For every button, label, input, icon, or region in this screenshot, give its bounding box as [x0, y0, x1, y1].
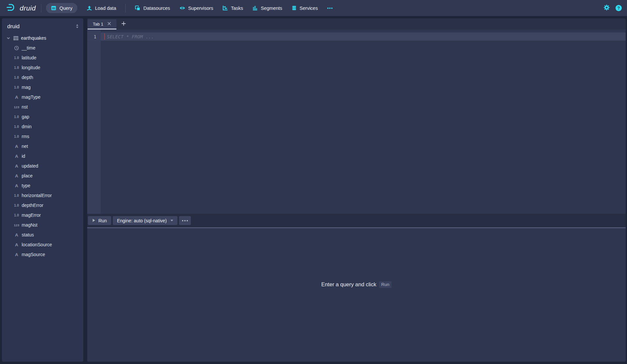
more-icon: [182, 220, 188, 221]
query-more-button[interactable]: [179, 216, 191, 225]
type-badge-string: A: [13, 242, 20, 247]
column-row-net[interactable]: Anet: [2, 141, 83, 151]
more-icon: [327, 7, 333, 10]
column-row-magSource[interactable]: AmagSource: [2, 250, 83, 259]
close-icon[interactable]: [107, 22, 111, 27]
column-name: net: [22, 144, 28, 149]
type-badge-float: 1.0: [13, 213, 20, 217]
column-name: longitude: [22, 65, 40, 70]
run-button-label: Run: [98, 218, 107, 223]
settings-button[interactable]: [603, 4, 610, 12]
nav-item-query[interactable]: Query: [46, 3, 77, 13]
editor-placeholder: SELECT * FROM ...: [107, 34, 154, 39]
column-name: status: [22, 232, 34, 237]
load-data-icon: [87, 5, 92, 11]
type-badge-string: A: [13, 252, 20, 257]
tasks-icon: [222, 5, 228, 11]
engine-label: Engine: auto (sql-native): [117, 218, 167, 223]
type-badge-string: A: [13, 95, 20, 100]
column-name: horizontalError: [22, 193, 52, 198]
column-name: locationSource: [22, 242, 52, 247]
column-name: gap: [22, 114, 29, 119]
column-row-magError[interactable]: 1.0magError: [2, 210, 83, 220]
column-row-magType[interactable]: AmagType: [2, 92, 83, 102]
nav-item-label: Datasources: [143, 6, 170, 11]
column-row-updated[interactable]: Aupdated: [2, 161, 83, 171]
column-row-latitude[interactable]: 1.0latitude: [2, 53, 83, 63]
type-badge-string: A: [13, 173, 20, 178]
column-name: depth: [22, 75, 33, 80]
column-row-id[interactable]: Aid: [2, 151, 83, 161]
engine-select-button[interactable]: Engine: auto (sql-native): [113, 216, 178, 225]
column-name: nst: [22, 104, 28, 110]
nav-item-tasks[interactable]: Tasks: [222, 5, 243, 11]
column-name: depthError: [22, 203, 43, 208]
column-row-longitude[interactable]: 1.0longitude: [2, 63, 83, 72]
datasource-row-earthquakes[interactable]: earthquakes: [2, 33, 83, 43]
column-row-rms[interactable]: 1.0rms: [2, 131, 83, 141]
column-name: magType: [22, 94, 41, 100]
type-badge-float: 1.0: [13, 76, 20, 79]
type-badge-string: A: [13, 144, 20, 149]
column-name: latitude: [22, 55, 36, 60]
plus-icon: [121, 21, 126, 27]
supervisors-icon: [179, 6, 185, 10]
column-row-gap[interactable]: 1.0gap: [2, 112, 83, 122]
clock-icon: [13, 46, 20, 51]
column-tree: earthquakes__time1.0latitude1.0longitude…: [2, 33, 83, 259]
column-name: __time: [22, 45, 35, 51]
datasources-icon: [135, 5, 140, 11]
column-row-place[interactable]: Aplace: [2, 171, 83, 181]
nav-item-supervisors[interactable]: Supervisors: [179, 6, 213, 11]
column-row-mag[interactable]: 1.0mag: [2, 82, 83, 92]
column-row-horizontalError[interactable]: 1.0horizontalError: [2, 191, 83, 200]
type-badge-string: A: [13, 154, 20, 159]
brand-wordmark: druid: [20, 4, 36, 12]
empty-results-text: Enter a query and click: [321, 281, 376, 288]
nav-item-datasources[interactable]: Datasources: [135, 5, 170, 11]
sort-button[interactable]: [75, 24, 79, 30]
results-panel: Enter a query and click Run: [87, 228, 626, 362]
double-caret-vertical-icon: [75, 24, 79, 30]
nav-item-load-data[interactable]: Load data: [87, 5, 116, 11]
nav-item-label: Query: [59, 6, 72, 11]
column-name: mag: [22, 85, 30, 90]
column-row-status[interactable]: Astatus: [2, 230, 83, 240]
editor-active-line: 1 SELECT * FROM ...: [87, 32, 626, 41]
column-row-nst[interactable]: 123nst: [2, 102, 83, 112]
nav-item-label: Tasks: [231, 6, 243, 11]
tab-bar: Tab 1: [87, 18, 626, 30]
type-badge-float: 1.0: [13, 135, 20, 138]
play-icon: [92, 218, 95, 223]
help-icon: ?: [616, 5, 622, 11]
add-tab-button[interactable]: [121, 21, 126, 27]
nav-item-services[interactable]: Services: [292, 5, 318, 11]
column-row-__time[interactable]: __time: [2, 43, 83, 53]
nav-more-button[interactable]: [327, 7, 333, 10]
type-badge-string: A: [13, 183, 20, 188]
query-editor[interactable]: 1 SELECT * FROM ...: [87, 30, 626, 214]
column-row-type[interactable]: Atype: [2, 181, 83, 191]
column-row-locationSource[interactable]: AlocationSource: [2, 240, 83, 250]
column-row-depth[interactable]: 1.0depth: [2, 72, 83, 82]
column-name: type: [22, 183, 30, 188]
sidebar-title: druid: [7, 23, 20, 30]
navbar-divider: [41, 4, 41, 12]
column-row-depthError[interactable]: 1.0depthError: [2, 200, 83, 210]
line-number: 1: [87, 32, 101, 41]
column-row-dmin[interactable]: 1.0dmin: [2, 122, 83, 131]
column-name: magNst: [22, 222, 37, 228]
nav-item-label: Services: [300, 6, 318, 11]
type-badge-float: 1.0: [13, 125, 20, 129]
type-badge-int: 123: [13, 223, 20, 227]
brand[interactable]: druid: [6, 2, 36, 14]
nav-item-segments[interactable]: Segments: [252, 5, 282, 11]
type-badge-float: 1.0: [13, 115, 20, 119]
run-button[interactable]: Run: [88, 216, 111, 225]
tab-1[interactable]: Tab 1: [88, 19, 116, 30]
help-button[interactable]: ?: [616, 5, 622, 11]
chevron-down-icon[interactable]: [6, 36, 11, 40]
type-badge-float: 1.0: [13, 56, 20, 60]
empty-results-message: Enter a query and click Run: [321, 281, 392, 288]
column-row-magNst[interactable]: 123magNst: [2, 220, 83, 230]
